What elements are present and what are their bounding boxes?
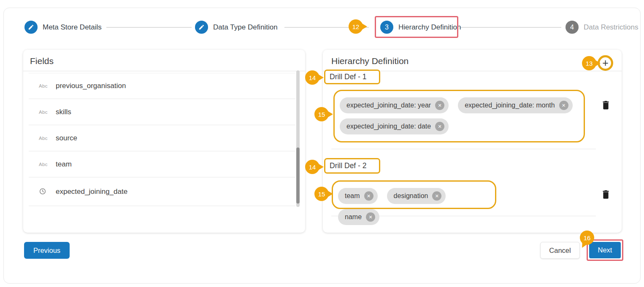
delete-drill-def-2-button[interactable] [601, 189, 610, 201]
scrollbar-thumb[interactable] [296, 148, 300, 204]
clock-icon [39, 188, 46, 196]
field-row[interactable]: Abc skills [23, 99, 297, 125]
chip-remove-button[interactable]: ✕ [432, 191, 441, 201]
chip[interactable]: team ✕ [338, 188, 378, 204]
annotation-badge-14b: 14 [305, 160, 319, 174]
step-data-type-definition[interactable]: Data Type Definition [195, 21, 278, 34]
step-meta-store-details[interactable]: Meta Store Details [24, 21, 102, 34]
annotation-badge-15: 15 [314, 107, 329, 121]
field-row[interactable]: Abc previous_organisation [23, 73, 297, 99]
step-connector [106, 27, 192, 28]
field-name: previous_organisation [56, 82, 126, 90]
drill-def-2-fields: team ✕ designation ✕ name ✕ [332, 180, 496, 209]
pencil-icon [195, 21, 208, 34]
annotation-badge-16: 16 [580, 231, 594, 245]
chip[interactable]: designation ✕ [387, 188, 446, 204]
scrollbar[interactable] [296, 70, 300, 207]
text-type-icon: Abc [39, 162, 48, 167]
annotation-badge-12: 12 [349, 19, 363, 34]
chip-remove-button[interactable]: ✕ [435, 101, 444, 110]
field-row[interactable]: Abc team [23, 151, 297, 177]
divider [331, 149, 596, 149]
fields-panel-title: Fields [30, 56, 54, 66]
annotation-badge-15b: 15 [314, 187, 329, 201]
drill-def-1-fields: expected_joining_date: year ✕ expected_j… [333, 90, 585, 142]
wizard-page: Meta Store Details Data Type Definition … [0, 0, 644, 287]
step-hierarchy-definition[interactable]: 3 Hierarchy Definition [380, 21, 461, 34]
drill-def-label: Drill Def - 1 [330, 72, 367, 81]
pencil-icon [24, 21, 38, 34]
step-number-circle: 4 [566, 21, 579, 34]
cancel-button[interactable]: Cancel [540, 242, 580, 259]
next-button[interactable]: Next [589, 242, 621, 258]
chip-remove-button[interactable]: ✕ [559, 101, 568, 110]
fields-panel: Fields Abc previous_organisation Abc ski… [23, 50, 305, 233]
text-type-icon: Abc [39, 83, 48, 89]
chip-remove-button[interactable]: ✕ [435, 122, 444, 131]
drill-def-label: Drill Def - 2 [330, 161, 367, 170]
plus-icon: + [602, 58, 609, 68]
step-connector [460, 27, 561, 28]
field-name: source [56, 134, 77, 142]
text-type-icon: Abc [39, 110, 48, 115]
hierarchy-panel-title: Hierarchy Definition [331, 56, 409, 66]
field-name: team [56, 160, 72, 169]
step-label: Data Restrictions [584, 23, 638, 32]
hierarchy-panel: Hierarchy Definition + Drill Def - 1 exp… [323, 50, 622, 233]
annotation-box-drill-def-1: Drill Def - 1 [324, 70, 380, 84]
trash-icon [601, 105, 610, 112]
previous-button[interactable]: Previous [24, 242, 70, 259]
chip[interactable]: name ✕ [338, 209, 379, 225]
annotation-badge-14: 14 [305, 70, 319, 85]
step-label: Data Type Definition [213, 23, 278, 32]
step-number-circle: 3 [380, 21, 393, 34]
divider [23, 71, 305, 71]
field-name: expected_joining_date [56, 188, 127, 196]
step-data-restrictions[interactable]: 4 Data Restrictions [566, 21, 638, 34]
chip[interactable]: expected_joining_date: month ✕ [458, 97, 573, 113]
field-row[interactable]: expected_joining_date [23, 177, 297, 206]
text-type-icon: Abc [39, 136, 48, 141]
chip[interactable]: expected_joining_date: year ✕ [340, 97, 449, 113]
annotation-badge-13: 13 [582, 56, 596, 70]
chip-remove-button[interactable]: ✕ [366, 212, 375, 222]
chip[interactable]: expected_joining_date: date ✕ [340, 118, 449, 134]
field-row[interactable]: Abc source [23, 125, 297, 151]
delete-drill-def-1-button[interactable] [601, 99, 610, 112]
field-name: skills [56, 108, 71, 116]
step-label: Meta Store Details [43, 23, 102, 32]
annotation-box-drill-def-2: Drill Def - 2 [324, 158, 380, 174]
step-label: Hierarchy Definition [398, 23, 461, 32]
trash-icon [601, 194, 610, 201]
chip-remove-button[interactable]: ✕ [364, 191, 373, 201]
